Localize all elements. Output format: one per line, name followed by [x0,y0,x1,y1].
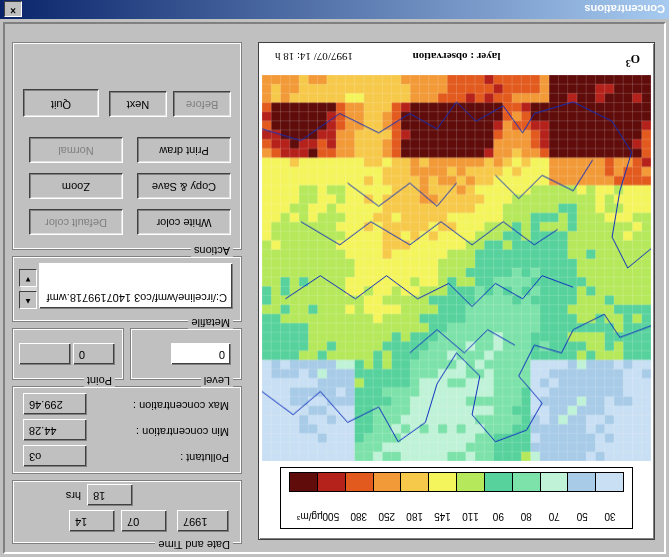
legend-tick: 50 [568,508,596,522]
color-legend: 30 50 70 80 90 110 145 180 250 380 500 µ… [280,467,633,529]
max-label: Max concentration : [133,400,229,412]
day-field[interactable]: 14 [69,510,115,532]
legend-unit: µg/m³ [297,511,323,522]
group-legend: Point [84,375,115,387]
map-timestamp: 1997/07/ 14: 18 h [275,51,353,63]
zoom-button[interactable]: Zoom [29,173,123,199]
normal-button[interactable]: Normal [29,137,123,163]
legend-tick: 380 [345,508,373,522]
group-stats: Pollutant : o3 Min concentration : 44.28… [12,386,242,474]
legend-tick: 250 [373,508,401,522]
group-point: Point 0 [12,328,124,380]
layer-label: layer : observation [413,51,501,63]
hour-field[interactable]: 18 [87,484,133,506]
group-legend: Level [201,375,233,387]
scroll-up-icon[interactable]: ▲ [19,291,37,309]
max-value: 299.46 [23,393,87,415]
pollutant-symbol: O3 [626,51,640,69]
min-value: 44.28 [23,419,87,441]
pollutant-label: Pollutant : [180,452,229,464]
group-actions: Actions White color Default color Copy &… [12,42,242,250]
group-metafile: Metafile C:/irceline/wmf/co3 1407199718.… [12,256,242,322]
next-button[interactable]: Next [109,91,167,117]
group-legend: Metafile [188,317,233,329]
map-panel: 30 50 70 80 90 110 145 180 250 380 500 µ… [258,42,655,540]
metafile-path[interactable]: C:/irceline/wmf/co3 1407199718.wmf [39,263,233,309]
hours-label: hrs [66,490,81,502]
scroll-down-icon[interactable]: ▼ [19,269,37,287]
default-color-button[interactable]: Default color [29,209,123,235]
legend-tick: 30 [596,508,624,522]
copy-save-button[interactable]: Copy & Save [137,173,231,199]
pollutant-value: o3 [23,445,87,467]
print-draw-button[interactable]: Print draw [137,137,231,163]
point-value[interactable]: 0 [73,343,115,365]
controls-column: Date and Time 1997 07 14 18 hrs Pollutan… [12,30,242,544]
legend-tick: 80 [512,508,540,522]
legend-tick: 180 [401,508,429,522]
close-icon[interactable]: × [4,2,22,18]
min-label: Min concentration : [136,426,229,438]
legend-swatches [289,474,624,492]
white-color-button[interactable]: White color [137,209,231,235]
level-input[interactable]: 0 [171,343,231,365]
month-field[interactable]: 07 [121,510,167,532]
point-extra[interactable] [19,343,71,365]
metafile-scrollbar[interactable]: ▲ ▼ [21,269,37,309]
legend-tick: 110 [456,508,484,522]
map-grid[interactable] [262,75,651,461]
group-legend: Date and Time [155,539,233,551]
legend-tick: 70 [540,508,568,522]
group-date-time: Date and Time 1997 07 14 18 hrs [12,480,242,544]
year-field[interactable]: 1997 [177,510,229,532]
legend-tick: 90 [484,508,512,522]
legend-tick: 145 [429,508,457,522]
legend-ticks: 30 50 70 80 90 110 145 180 250 380 500 [289,508,624,522]
quit-button[interactable]: Quit [23,89,99,117]
window-title: Concentrations [584,4,665,16]
client-area: 30 50 70 80 90 110 145 180 250 380 500 µ… [3,22,666,554]
before-button[interactable]: Before [173,91,231,117]
title-bar: Concentrations × [0,0,669,19]
group-level: Level 0 [130,328,242,380]
group-legend: Actions [191,245,233,257]
